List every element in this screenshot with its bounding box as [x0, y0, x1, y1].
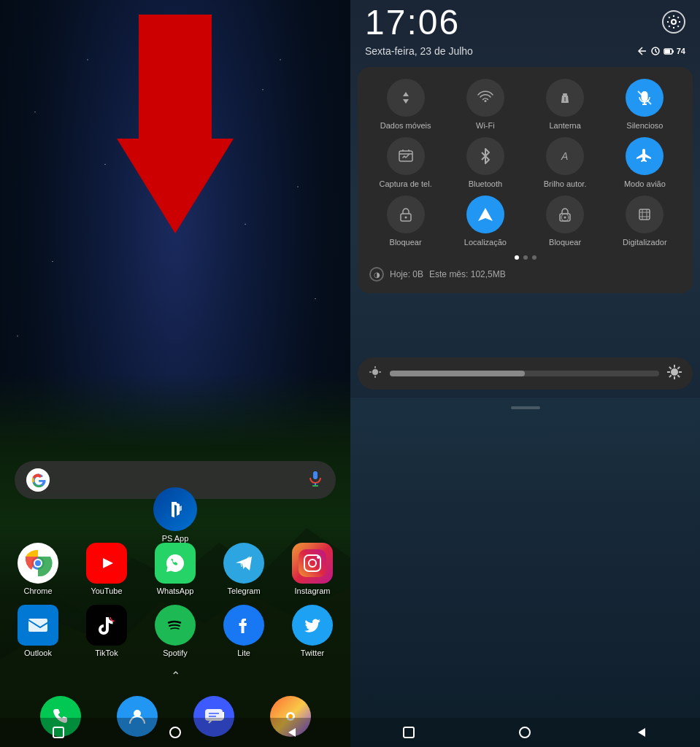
data-month: Este mês: 102,5MB	[429, 269, 506, 279]
svg-point-52	[564, 217, 566, 219]
dot-1	[515, 255, 519, 260]
app-item-instagram[interactable]: Instagram	[283, 543, 342, 595]
app-label-fblite: Lite	[237, 649, 250, 657]
svg-line-37	[655, 51, 657, 53]
svg-line-69	[669, 366, 672, 368]
tile-label-bloquear1: Bloquear	[390, 238, 422, 247]
svg-point-64	[671, 368, 678, 376]
tile-label-bloquear2: Bloquear	[549, 238, 581, 247]
captura-icon	[387, 137, 425, 175]
app-item-telegram[interactable]: Telegram	[215, 543, 273, 595]
svg-line-71	[677, 366, 680, 368]
app-label-whatsapp: WhatsApp	[157, 587, 194, 595]
tile-label-brilho: Brilho autor.	[544, 179, 587, 188]
app-label-spotify: Spotify	[163, 649, 188, 657]
data-today: Hoje: 0B	[390, 269, 423, 279]
digitalizador-icon	[626, 196, 664, 233]
app-item-ps[interactable]: PS App	[146, 487, 204, 543]
tile-lanterna[interactable]: Lanterna	[529, 79, 601, 130]
tile-label-aviao: Modo avião	[624, 179, 666, 188]
tile-bloquear1[interactable]: Bloquear	[369, 196, 442, 247]
red-arrow	[117, 15, 234, 236]
settings-icon[interactable]	[662, 10, 685, 34]
svg-line-70	[677, 375, 680, 377]
left-panel: PS App Chrome	[0, 0, 350, 747]
svg-point-59	[372, 369, 378, 375]
svg-point-49	[404, 217, 407, 219]
wifi-icon	[466, 79, 504, 117]
brightness-low-icon	[368, 365, 382, 383]
nav-back[interactable]	[283, 724, 301, 741]
app-item-youtube[interactable]: YouTube	[77, 543, 136, 595]
status-bar: 17:06	[350, 0, 700, 44]
nav-back-right[interactable]	[633, 724, 650, 741]
brightness-fill	[390, 371, 525, 376]
tile-bloquear2[interactable]: Bloquear	[529, 196, 601, 247]
app-item-tiktok[interactable]: TikTok	[77, 605, 136, 657]
nav-square-right[interactable]	[400, 724, 418, 741]
lanterna-icon	[546, 79, 584, 117]
data-usage: ◑ Hoje: 0B Este mês: 102,5MB	[369, 267, 681, 282]
bottom-blur-area	[350, 398, 700, 747]
localizacao-icon	[466, 196, 504, 233]
svg-rect-3	[313, 471, 318, 479]
bluetooth-icon	[466, 137, 504, 175]
svg-point-74	[520, 727, 530, 738]
app-label-ps: PS App	[162, 534, 189, 543]
app-item-whatsapp[interactable]: WhatsApp	[146, 543, 204, 595]
tile-label-localizacao: Localização	[464, 238, 507, 247]
data-usage-icon: ◑	[369, 267, 384, 282]
app-item-outlook[interactable]: Outlook	[9, 605, 67, 657]
tile-captura[interactable]: Captura de tel.	[369, 137, 442, 188]
nav-bar-right	[350, 718, 700, 747]
app-label-twitter: Twitter	[301, 649, 324, 657]
tile-wifi[interactable]: Wi-Fi	[449, 79, 521, 130]
svg-point-17	[317, 556, 320, 559]
nav-square[interactable]	[50, 724, 67, 741]
bloquear1-icon	[387, 196, 425, 233]
svg-line-72	[669, 375, 672, 377]
app-item-spotify[interactable]: Spotify	[146, 605, 204, 657]
svg-marker-2	[117, 15, 234, 233]
svg-rect-54	[639, 209, 650, 220]
notification-panel: Dados móveis Wi-Fi	[358, 67, 693, 293]
app-item-chrome[interactable]: Chrome	[9, 543, 67, 595]
nav-home[interactable]	[166, 724, 184, 741]
app-label-tiktok: TikTok	[95, 649, 118, 657]
app-item-twitter[interactable]: Twitter	[283, 605, 342, 657]
time-display: 17:06	[365, 2, 460, 42]
dot-3	[532, 255, 536, 260]
tile-bluetooth[interactable]: Bluetooth	[449, 137, 521, 188]
svg-rect-46	[399, 151, 412, 161]
svg-point-9	[35, 560, 41, 566]
dados-moveis-icon	[387, 79, 425, 117]
tile-dados-moveis[interactable]: Dados móveis	[369, 79, 442, 130]
svg-rect-40	[665, 50, 670, 53]
brightness-slider[interactable]	[390, 371, 659, 376]
svg-marker-75	[638, 728, 645, 737]
tile-localizacao[interactable]: Localização	[449, 196, 521, 247]
nav-home-right[interactable]	[516, 724, 534, 741]
tile-brilho[interactable]: A Brilho autor.	[529, 137, 601, 188]
app-item-fblite[interactable]: Lite	[215, 605, 273, 657]
svg-rect-30	[53, 727, 64, 738]
tile-digitalizador[interactable]: Digitalizador	[609, 196, 681, 247]
svg-point-33	[672, 20, 676, 24]
tile-silencioso[interactable]: Silencioso	[609, 79, 681, 130]
svg-rect-41	[563, 93, 567, 96]
bloquear2-icon	[546, 196, 584, 233]
tile-label-lanterna: Lanterna	[549, 121, 580, 130]
date-text: Sexta-feira, 23 de Julho	[365, 45, 473, 57]
svg-text:A: A	[561, 150, 568, 162]
tile-label-digitalizador: Digitalizador	[623, 238, 667, 247]
page-dots	[369, 255, 681, 260]
brightness-bar[interactable]	[358, 357, 693, 390]
tile-label-dados: Dados móveis	[380, 121, 431, 130]
tile-label-wifi: Wi-Fi	[476, 121, 495, 130]
tile-modo-aviao[interactable]: Modo avião	[609, 137, 681, 188]
tiles-grid: Dados móveis Wi-Fi	[369, 79, 681, 247]
svg-rect-14	[299, 549, 326, 577]
right-panel: 17:06 Sexta-feira, 23 de Julho 74	[350, 0, 700, 747]
app-label-outlook: Outlook	[24, 649, 52, 657]
modo-aviao-icon	[626, 137, 664, 175]
